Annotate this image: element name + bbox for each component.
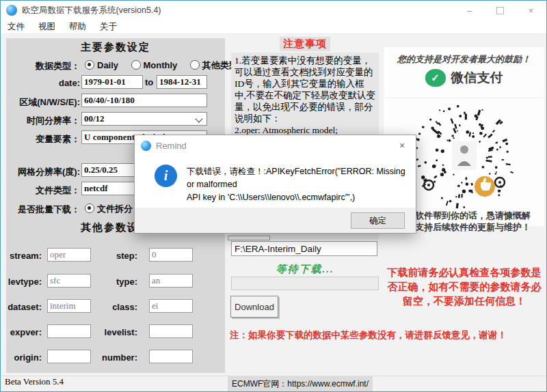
class-input[interactable] (149, 299, 193, 313)
date-from-input[interactable] (81, 75, 143, 89)
close-button[interactable]: × (516, 1, 546, 20)
step-input[interactable] (149, 248, 193, 262)
variable-label: 变量要素： (6, 133, 80, 145)
wechat-icon: ✓ (425, 69, 446, 87)
app-logo-icon (6, 5, 17, 16)
radio-daily-label: Daily (97, 60, 118, 70)
radio-daily[interactable] (85, 60, 94, 70)
origin-label: origin: (6, 352, 42, 363)
dialog-title: Remind (156, 141, 187, 151)
dataset-label: dataset: (6, 302, 42, 312)
wechat-pay-logo: ✓ 微信支付 (384, 69, 544, 87)
menu-about[interactable]: 关于 (93, 21, 124, 33)
step-label: step: (101, 251, 137, 261)
date-to-input[interactable] (157, 75, 207, 89)
qr-code-icon (410, 103, 519, 212)
radio-monthly[interactable] (131, 60, 141, 70)
radio-file-split[interactable] (85, 204, 94, 213)
dialog-message: 下载错误，请检查！:APIKeyFetchError("ERROR: Missi… (187, 165, 409, 204)
levtype-label: levtype: (6, 277, 42, 287)
type-label: type: (101, 277, 137, 287)
wechat-pay-label: 微信支付 (451, 69, 503, 87)
ecmwf-link[interactable]: ECMWF官网：https://www.ecmwf.int/ (228, 376, 373, 391)
batch-label: 是否批量下载： (6, 204, 80, 216)
type-input[interactable] (149, 274, 193, 288)
time-res-value: 00/12 (82, 113, 105, 124)
radio-monthly-label: Monthly (144, 60, 178, 70)
version-status: Beta Version 5.4 (5, 376, 64, 387)
time-res-select[interactable]: 00/12 (81, 112, 207, 126)
number-input[interactable] (149, 350, 193, 363)
data-type-label: 数据类型： (6, 60, 80, 72)
info-icon: i (155, 165, 177, 187)
download-path-input[interactable] (231, 241, 377, 256)
file-type-value: netcdf (82, 183, 108, 194)
class-label: class: (101, 302, 137, 312)
stream-label: stream: (6, 251, 42, 261)
radio-file-split-label: 文件拆分 (97, 204, 133, 214)
download-button[interactable]: Download (230, 296, 278, 318)
dialog-footer: 确定 (135, 208, 416, 233)
menu-bar: 文件 视图 帮助 关于 (1, 20, 546, 34)
radio-other-type[interactable] (190, 60, 200, 70)
dialog-close-button[interactable]: × (388, 140, 416, 151)
warning-text: 下载前请务必认真检查各项参数是否正确，如有不需要的参数请务必留空，不要添加任何信… (385, 266, 544, 309)
menu-file[interactable]: 文件 (1, 21, 31, 33)
qr-code (410, 103, 519, 212)
maximize-icon (496, 7, 504, 14)
grid-res-value: 0.25/0.25 (82, 165, 118, 176)
notice-title: 注意事项 (231, 37, 379, 51)
dataset-input[interactable] (47, 299, 91, 313)
date-to-word: to (145, 77, 153, 87)
waiting-status: 等待下载... (231, 263, 379, 276)
support-slogan: 您的支持是对开发者最大的鼓励！ (384, 53, 544, 66)
region-input[interactable] (81, 94, 207, 107)
levtype-input[interactable] (47, 274, 91, 288)
chevron-down-icon (195, 115, 202, 122)
maximize-button[interactable] (485, 1, 516, 20)
expver-label: expver: (6, 327, 42, 337)
levelist-label: levelist: (101, 327, 137, 337)
region-label: 区域(N/W/S/E): (6, 96, 80, 109)
menu-help[interactable]: 帮助 (62, 21, 93, 33)
minimize-button[interactable]: – (454, 1, 485, 20)
origin-input[interactable] (47, 350, 91, 363)
levelist-input[interactable] (149, 324, 193, 338)
dialog-title-bar: Remind × (135, 135, 416, 156)
file-type-label: 文件类型： (6, 184, 80, 197)
divider (384, 98, 544, 98)
progress-bar (231, 277, 379, 290)
menu-view[interactable]: 视图 (31, 21, 62, 33)
window-title: 欧空局数据下载服务系统(version5.4) (22, 5, 161, 16)
status-bar: Beta Version 5.4 ECMWF官网：https://www.ecm… (1, 376, 546, 391)
expver-input[interactable] (47, 324, 91, 338)
main-params-title: 主要参数设定 (6, 41, 225, 54)
number-label: number: (101, 352, 137, 363)
remind-dialog: Remind × i 下载错误，请检查！:APIKeyFetchError("E… (134, 135, 416, 234)
app-window: 欧空局数据下载服务系统(version5.4) – × 文件 视图 帮助 关于 … (0, 0, 547, 392)
app-logo-icon (141, 141, 151, 151)
notice-body: 1.若变量要素中没有想要的变量，可以通过查看文档找到对应变量的ID号，输入到其它… (235, 55, 375, 124)
title-bar: 欧空局数据下载服务系统(version5.4) – × (1, 1, 546, 20)
ok-button[interactable]: 确定 (351, 212, 405, 229)
grid-res-label: 网格分辨率(度): (6, 166, 80, 178)
feedback-note: 注：如果你要下载的数据中某些参数没有，请进群反馈意见，谢谢！ (230, 329, 546, 341)
date-label: date: (6, 78, 80, 88)
partial-hidden-button[interactable] (228, 236, 270, 240)
time-res-label: 时间分辨率： (6, 115, 80, 127)
stream-input[interactable] (47, 248, 91, 262)
